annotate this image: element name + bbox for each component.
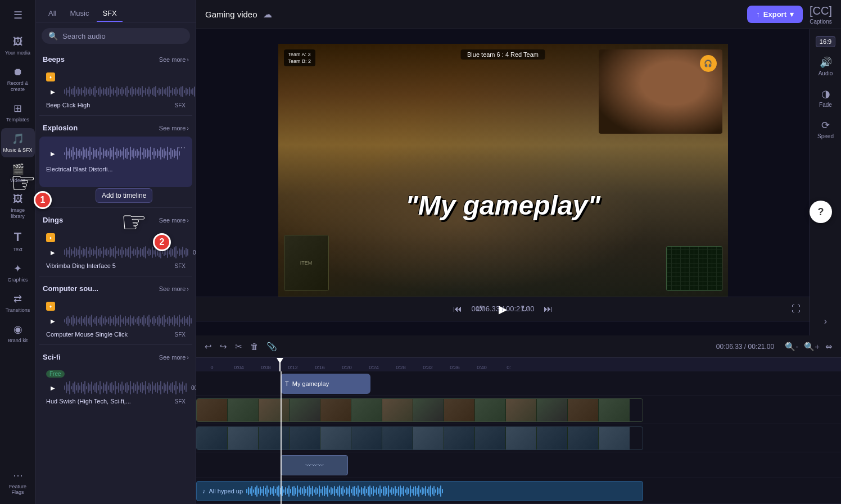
section-dings-header: Dings See more ›: [36, 210, 196, 228]
audio-panel: All Music SFX 🔍 Beeps See more › ♦ ▶: [36, 0, 196, 504]
see-more-beeps[interactable]: See more ›: [159, 56, 189, 63]
ruler-mark: 0: [198, 365, 225, 370]
sidebar-item-label: Graphics: [7, 277, 28, 283]
video-area: Blue team 6 : 4 Red Team 🎧 Team A: 3 Tea…: [196, 29, 810, 335]
audio-item-beep-click-high[interactable]: ♦ ▶ 00:00 Beep Click High SFX: [39, 68, 192, 113]
sidebar-item-music-sfx[interactable]: 🎵 Music & SFX: [1, 128, 35, 157]
pro-badge-computer: ♦: [46, 302, 55, 311]
section-explosion-header: Explosion See more ›: [36, 118, 196, 135]
image-library-icon: 🖼: [13, 193, 23, 205]
tab-music[interactable]: Music: [64, 6, 94, 22]
music-clip[interactable]: ♪ All hyped up: [196, 481, 643, 501]
sidebar-item-label: Brand kit: [8, 338, 28, 343]
tab-sfx[interactable]: SFX: [97, 6, 122, 22]
fullscreen-button[interactable]: ⛶: [792, 304, 801, 314]
chevron-right-icon: ›: [187, 125, 189, 131]
video-scoreboard: Team A: 3 Team B: 2: [284, 49, 316, 66]
project-title[interactable]: Gaming video: [205, 10, 257, 19]
export-upload-icon: ↑: [756, 10, 760, 19]
ruler-mark: 0:32: [414, 365, 441, 370]
video-hud: Blue team 6 : 4 Red Team: [460, 49, 545, 60]
zoom-in-button[interactable]: 🔍+: [802, 340, 821, 353]
play-vibrimba[interactable]: ▶: [46, 246, 60, 259]
audio-name-scifi: Hud Swish (High Tech, Sci-fi,...: [46, 398, 131, 405]
audio-item-electrical-blast[interactable]: ⋯ ▶ Electrical Blast Distorti... Add to …: [39, 137, 192, 187]
play-computer-mouse[interactable]: ▶: [46, 314, 60, 328]
sidebar-item-image-library[interactable]: 🖼 Imagelibrary: [1, 189, 35, 224]
music-sfx-icon: 🎵: [12, 133, 24, 145]
sidebar-item-record[interactable]: ⏺ Record &create: [1, 62, 35, 97]
audio-tool[interactable]: 🔊 Audio: [812, 52, 840, 81]
project-title-area: Gaming video ☁: [205, 9, 272, 20]
help-button[interactable]: ?: [810, 201, 832, 223]
sidebar-item-templates[interactable]: ⊞ Templates: [1, 98, 35, 127]
waveform-scifi: [64, 380, 187, 396]
video-minimap: [666, 246, 722, 291]
pro-badge: ♦: [46, 72, 55, 81]
play-electrical-blast[interactable]: ▶: [46, 147, 60, 160]
skip-start-button[interactable]: ⏮: [451, 302, 464, 316]
search-bar[interactable]: 🔍: [42, 28, 190, 44]
sfx-clip[interactable]: 〰〰〰: [281, 455, 348, 475]
rewind-5s-button[interactable]: ↺5: [473, 301, 487, 316]
audio-item-vibrimba[interactable]: ♦ ▶ 00:02 Vibrimba Ding Interface 5 SFX: [39, 229, 192, 274]
cut-button[interactable]: ✂: [233, 340, 244, 353]
see-more-scifi[interactable]: See more ›: [159, 354, 189, 361]
captions-button[interactable]: [CC] Captions: [810, 4, 832, 25]
right-panel-collapse-icon[interactable]: ›: [824, 316, 827, 326]
waveform-dings: [64, 244, 188, 260]
see-more-explosion[interactable]: See more ›: [159, 125, 189, 131]
sidebar-nav: ☰ 🖼 Your media ⏺ Record &create ⊞ Templa…: [0, 0, 36, 504]
audio-name-dings: Vibrimba Ding Interface 5: [46, 262, 116, 269]
play-hud-swish[interactable]: ▶: [46, 381, 60, 394]
sidebar-item-graphics[interactable]: ✦ Graphics: [1, 258, 35, 287]
sidebar-item-transitions[interactable]: ⇄ Transitions: [1, 288, 35, 317]
aspect-ratio-selector[interactable]: 16:9: [816, 36, 835, 47]
sidebar-item-brand-kit[interactable]: ◉ Brand kit: [1, 319, 35, 348]
chevron-right-icon: ›: [187, 354, 189, 361]
forward-5s-button[interactable]: ↻5: [518, 301, 532, 316]
timeline-area: ↩ ↪ ✂ 🗑 📎 00:06.33 / 00:21.00 🔍- 🔍+ ⇔ 0 …: [196, 335, 841, 504]
track-text: T My gameplay: [196, 371, 841, 396]
sidebar-item-videos[interactable]: 🎬 Videos: [1, 158, 35, 188]
clip-button[interactable]: 📎: [265, 340, 279, 353]
sidebar-item-label: Videos: [10, 178, 25, 183]
hamburger-icon[interactable]: ☰: [9, 4, 27, 26]
sidebar-item-feature-flags[interactable]: ⋯ Feature Flags: [1, 465, 35, 500]
search-input[interactable]: [62, 32, 183, 40]
chevron-right-icon: ›: [187, 56, 189, 63]
more-options-btn[interactable]: ⋯: [178, 143, 186, 152]
right-panel: 16:9 🔊 Audio ◑ Fade ⟳ Speed ›: [810, 29, 841, 335]
text-clip[interactable]: T My gameplay: [281, 374, 370, 394]
zoom-out-button[interactable]: 🔍-: [783, 340, 800, 353]
speed-tool[interactable]: ⟳ Speed: [812, 115, 840, 144]
add-to-timeline-tooltip[interactable]: Add to timeline: [96, 188, 152, 203]
ruler-mark: 0:04: [225, 365, 252, 370]
section-dings-title: Dings: [43, 216, 63, 224]
play-beep-click-high[interactable]: ▶: [46, 85, 60, 98]
sidebar-item-text[interactable]: T Text: [1, 225, 35, 257]
section-beeps-header: Beeps See more ›: [36, 49, 196, 67]
play-pause-button[interactable]: ▶: [496, 300, 509, 318]
fade-tool[interactable]: ◑ Fade: [812, 83, 840, 112]
audio-name-beep: Beep Click High: [46, 102, 90, 108]
delete-button[interactable]: 🗑: [248, 340, 260, 353]
sidebar-item-label: Imagelibrary: [11, 207, 25, 220]
audio-tag-dings: SFX: [175, 263, 186, 269]
fit-timeline-button[interactable]: ⇔: [824, 340, 834, 353]
video-overlay-text: "My gameplay": [405, 190, 600, 221]
see-more-computer[interactable]: See more ›: [159, 285, 189, 292]
skip-end-button[interactable]: ⏭: [541, 302, 555, 316]
sidebar-item-your-media[interactable]: 🖼 Your media: [1, 31, 35, 61]
see-more-dings[interactable]: See more ›: [159, 217, 189, 224]
track-video-1: [196, 396, 841, 424]
main-area: Gaming video ☁ ↑ Export ▾ [CC] Captions: [196, 0, 841, 504]
redo-button[interactable]: ↪: [218, 340, 229, 353]
audio-item-hud-swish[interactable]: Free ▶ 00:02 Hud Swish (High Tech, Sci-f…: [39, 366, 192, 409]
audio-tag-beep: SFX: [175, 102, 186, 108]
timeline-toolbar: ↩ ↪ ✂ 🗑 📎 00:06.33 / 00:21.00 🔍- 🔍+ ⇔: [196, 335, 841, 358]
tab-all[interactable]: All: [43, 6, 62, 22]
export-button[interactable]: ↑ Export ▾: [747, 6, 803, 23]
undo-button[interactable]: ↩: [203, 340, 214, 353]
audio-item-computer-mouse[interactable]: ♦ ▶ 00:00 Computer Mouse Single Click SF…: [39, 297, 192, 342]
